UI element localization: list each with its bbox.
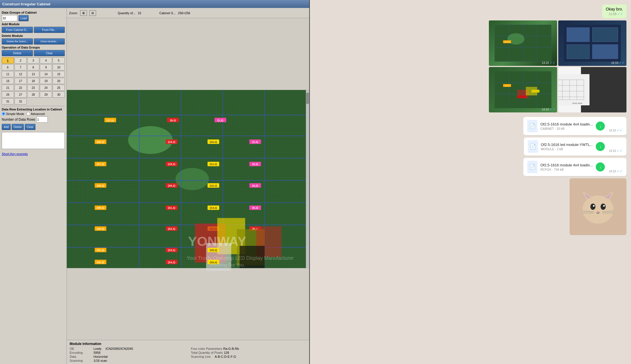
- num-btn-17[interactable]: 17: [14, 78, 27, 84]
- num-btn-20[interactable]: 20: [53, 78, 65, 84]
- num-btn-24[interactable]: 24: [40, 85, 52, 91]
- chat-messages[interactable]: Okay bro. 11:59 ✓✓: [310, 0, 631, 364]
- delete-button-2[interactable]: Delete: [12, 124, 24, 130]
- file-download-1[interactable]: ↓: [596, 122, 605, 131]
- advanced-radio[interactable]: Advanced: [26, 112, 45, 116]
- num-btn-3[interactable]: 3: [27, 57, 40, 64]
- load-button[interactable]: Load: [18, 15, 29, 21]
- led-grid-container[interactable]: (17,1) (9,1) (1,1) (28,1) (19,1) (10,1): [67, 18, 309, 340]
- message-text: Okay bro.: [606, 7, 623, 11]
- num-btn-10[interactable]: 10: [53, 64, 65, 70]
- media-time-3: 14:10 ✓✓: [542, 107, 555, 111]
- svg-text:(22,1): (22,1): [168, 227, 175, 230]
- num-btn-28[interactable]: 28: [27, 91, 40, 98]
- message-time: 11:59 ✓✓: [606, 12, 623, 16]
- media-thumb-4[interactable]: 10 11 12 front view 14:10 ✓✓: [558, 67, 626, 112]
- data-groups-input[interactable]: [2, 15, 17, 21]
- num-btn-13[interactable]: 13: [27, 71, 40, 77]
- svg-text:(19,1): (19,1): [168, 162, 175, 166]
- check-icon: ✓✓: [617, 12, 623, 16]
- num-btn-2[interactable]: 2: [14, 57, 27, 64]
- media-thumb-2[interactable]: 14:10 ✓✓: [558, 20, 626, 66]
- delete-by-select-button[interactable]: Delete the Select...: [2, 38, 33, 45]
- num-btn-29[interactable]: 29: [40, 91, 52, 98]
- num-btn-9[interactable]: 9: [40, 64, 52, 70]
- operation-clear-button[interactable]: Clear: [34, 50, 65, 56]
- title-text: Construct Irregular Cabinet: [2, 2, 50, 6]
- chat-panel: Okay bro. 11:59 ✓✓: [310, 0, 631, 364]
- num-btn-12[interactable]: 12: [14, 71, 27, 77]
- mode-radio-group: Simple Mode Advanced: [2, 112, 65, 116]
- num-btn-15[interactable]: 15: [53, 71, 65, 77]
- num-btn-7[interactable]: 7: [14, 64, 27, 70]
- number-grid: 1 2 3 4 5 6 7 8 9 10 11 12 13 14 15 16 1…: [2, 57, 65, 104]
- info-row-total-pixels: Total Quantity of Pixels 128: [191, 351, 307, 354]
- operation-label: Operation of Data Groups: [2, 46, 65, 49]
- check-icon-file1: ✓✓: [617, 128, 622, 132]
- svg-text:(29,1): (29,1): [97, 206, 104, 209]
- num-btn-21[interactable]: 21: [2, 85, 14, 91]
- num-btn-25[interactable]: 25: [53, 85, 65, 91]
- operation-delete-button[interactable]: Delete: [2, 50, 33, 56]
- num-btn-8[interactable]: 8: [27, 64, 40, 70]
- svg-point-133: [590, 204, 595, 210]
- svg-text:YONWAY: YONWAY: [188, 234, 246, 249]
- close-module-button[interactable]: Close Module...: [34, 38, 65, 45]
- media-time-1: 14:10 ✓✓: [542, 61, 555, 65]
- svg-text:(31,1): (31,1): [97, 248, 104, 252]
- num-btn-18[interactable]: 18: [27, 78, 40, 84]
- media-grid: (17,1) 14:10 ✓✓: [489, 20, 626, 112]
- delete-module-label: Delete Module: [2, 34, 65, 37]
- svg-text:(24,1): (24,1): [168, 261, 175, 264]
- svg-text:(28,1): (28,1): [97, 184, 104, 187]
- data-groups-row: Load: [2, 15, 65, 21]
- shortkey-link[interactable]: Short-Key prompts: [2, 152, 28, 156]
- file-meta-2: MODULE · 2 kB: [541, 147, 593, 151]
- from-file-button[interactable]: From File...: [34, 27, 65, 33]
- message-okay-bro: Okay bro. 11:59 ✓✓: [602, 5, 626, 18]
- svg-text:(16,1): (16,1): [210, 261, 217, 264]
- num-btn-11[interactable]: 11: [2, 71, 14, 77]
- notes-textarea[interactable]: [2, 132, 65, 149]
- cat-image: [570, 178, 626, 235]
- num-btn-32[interactable]: 32: [14, 98, 27, 104]
- file-download-2[interactable]: ↓: [596, 142, 605, 151]
- num-btn-31[interactable]: 31: [2, 98, 14, 104]
- media-thumb-3[interactable]: (30,1) 14:10 ✓✓: [489, 67, 557, 112]
- file-info-1: Of2.5-1616 module 4x4 loadin... CABINET …: [540, 122, 593, 130]
- svg-text:(4,1): (4,1): [252, 184, 258, 187]
- num-btn-27[interactable]: 27: [14, 91, 27, 98]
- zoom-out-button[interactable]: ⊖: [89, 10, 96, 16]
- svg-text:(23,1): (23,1): [168, 248, 175, 252]
- file-download-3[interactable]: ↓: [596, 162, 605, 171]
- media-thumb-1[interactable]: (17,1) 14:10 ✓✓: [489, 20, 557, 66]
- add-button[interactable]: Add: [2, 124, 11, 130]
- from-cabinet-button[interactable]: From Cabinet D...: [2, 27, 33, 33]
- num-btn-22[interactable]: 22: [14, 85, 27, 91]
- oe-label: OE: [70, 347, 92, 350]
- num-btn-19[interactable]: 19: [40, 78, 52, 84]
- num-btn-6[interactable]: 6: [2, 64, 14, 70]
- svg-text:(27,1): (27,1): [97, 162, 104, 166]
- file-time-2: 14:10 ✓✓: [609, 149, 622, 153]
- data-label: Data: [70, 355, 92, 358]
- num-btn-26[interactable]: 26: [2, 91, 14, 98]
- num-btn-14[interactable]: 14: [40, 71, 52, 77]
- simple-mode-radio[interactable]: Simple Mode: [2, 112, 24, 116]
- num-btn-4[interactable]: 4: [40, 57, 52, 64]
- num-btn-23[interactable]: 23: [27, 85, 40, 91]
- file-bubble-3: 📄 Of2.5-1616 module 4x4 loadin... RCFGX …: [523, 158, 626, 176]
- svg-text:(10,1): (10,1): [210, 140, 217, 143]
- num-btn-30[interactable]: 30: [53, 91, 65, 98]
- encoding-label: Encoding: [70, 351, 92, 354]
- clear-button-2[interactable]: Clear: [25, 124, 36, 130]
- zoom-in-button[interactable]: ⊕: [80, 10, 87, 16]
- file-bubble-2: 📄 Of2.5-1616 led module-YWTL... MODULE ·…: [524, 137, 626, 156]
- num-btn-1[interactable]: 1: [2, 57, 14, 64]
- num-data-rows-input[interactable]: [36, 116, 48, 123]
- file-info-3: Of2.5-1616 module 4x4 loadin... RCFGX · …: [540, 163, 593, 171]
- num-btn-5[interactable]: 5: [53, 57, 65, 64]
- num-btn-16[interactable]: 16: [2, 78, 14, 84]
- file-name-1: Of2.5-1616 module 4x4 loadin...: [540, 122, 593, 126]
- num-data-rows-label: Number of Data Rows: [2, 118, 35, 122]
